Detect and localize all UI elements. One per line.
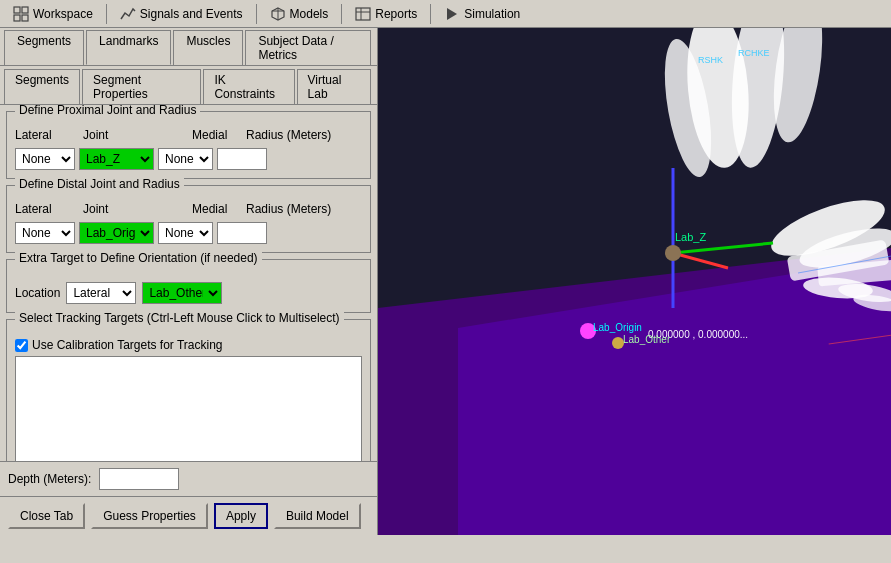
- distal-radius-header: Radius (Meters): [246, 202, 331, 216]
- orientation-group-label: Extra Target to Define Orientation (if n…: [15, 251, 262, 265]
- tab-landmarks[interactable]: Landmarks: [86, 30, 171, 65]
- tracking-group: Select Tracking Targets (Ctrl-Left Mouse…: [6, 319, 371, 461]
- toolbar-workspace[interactable]: Workspace: [4, 2, 102, 26]
- toolbar-simulation-label: Simulation: [464, 7, 520, 21]
- calibration-checkbox[interactable]: [15, 339, 28, 352]
- main-content: Segments Landmarks Muscles Subject Data …: [0, 28, 891, 535]
- apply-button[interactable]: Apply: [214, 503, 268, 529]
- proximal-group-label: Define Proximal Joint and Radius: [15, 105, 200, 117]
- table-icon: [355, 6, 371, 22]
- 3d-scene-svg: Lab_Z Lab_Origin 0.000000 , 0.000000... …: [378, 28, 891, 535]
- distal-joint-select[interactable]: Lab_Origin: [79, 222, 154, 244]
- tab-subject-data[interactable]: Subject Data / Metrics: [245, 30, 371, 65]
- svg-rect-2: [14, 15, 20, 21]
- svg-rect-0: [14, 7, 20, 13]
- svg-text:RSHK: RSHK: [698, 55, 723, 65]
- distal-medial-header: Medial: [192, 202, 242, 216]
- proximal-medial-select[interactable]: None: [158, 148, 213, 170]
- toolbar-workspace-label: Workspace: [33, 7, 93, 21]
- toolbar-separator-1: [106, 4, 107, 24]
- tracking-group-label: Select Tracking Targets (Ctrl-Left Mouse…: [15, 311, 344, 325]
- svg-rect-3: [22, 15, 28, 21]
- svg-text:Lab_Z: Lab_Z: [675, 231, 706, 243]
- distal-lateral-select[interactable]: None: [15, 222, 75, 244]
- tab-segments[interactable]: Segments: [4, 30, 84, 65]
- orientation-target-select[interactable]: Lab_Other: [142, 282, 222, 304]
- play-icon: [444, 6, 460, 22]
- cube-icon: [270, 6, 286, 22]
- distal-joint-header: Joint: [83, 202, 158, 216]
- tab-muscles[interactable]: Muscles: [173, 30, 243, 65]
- left-panel: Segments Landmarks Muscles Subject Data …: [0, 28, 378, 535]
- build-model-button[interactable]: Build Model: [274, 503, 361, 529]
- distal-joint-group: Define Distal Joint and Radius Lateral J…: [6, 185, 371, 253]
- proximal-lateral-header: Lateral: [15, 128, 75, 142]
- proximal-radius-header: Radius (Meters): [246, 128, 331, 142]
- toolbar-signals-events[interactable]: Signals and Events: [111, 2, 252, 26]
- sub-tab-segment-properties[interactable]: Segment Properties: [82, 69, 201, 104]
- sub-tab-segments[interactable]: Segments: [4, 69, 80, 104]
- proximal-lateral-select[interactable]: None: [15, 148, 75, 170]
- guess-properties-button[interactable]: Guess Properties: [91, 503, 208, 529]
- calibration-label: Use Calibration Targets for Tracking: [32, 338, 223, 352]
- distal-medial-select[interactable]: None: [158, 222, 213, 244]
- main-tabs: Segments Landmarks Muscles Subject Data …: [0, 28, 377, 66]
- proximal-joint-header: Joint: [83, 128, 158, 142]
- proximal-radius-input[interactable]: .01: [217, 148, 267, 170]
- orientation-location-label: Location: [15, 286, 60, 300]
- svg-text:Lab_Other: Lab_Other: [623, 334, 671, 345]
- depth-area: Depth (Meters):: [0, 461, 377, 496]
- sub-tab-ik-constraints[interactable]: IK Constraints: [203, 69, 294, 104]
- panel-content: Define Proximal Joint and Radius Lateral…: [0, 105, 377, 461]
- svg-text:RCHKE: RCHKE: [738, 48, 770, 58]
- toolbar-separator-3: [341, 4, 342, 24]
- toolbar-models-label: Models: [290, 7, 329, 21]
- tracking-target-list[interactable]: [15, 356, 362, 461]
- depth-input[interactable]: [99, 468, 179, 490]
- orientation-group: Extra Target to Define Orientation (if n…: [6, 259, 371, 313]
- close-tab-button[interactable]: Close Tab: [8, 503, 85, 529]
- toolbar: Workspace Signals and Events Models: [0, 0, 891, 28]
- orientation-lateral-select[interactable]: Lateral: [66, 282, 136, 304]
- action-buttons: Close Tab Guess Properties Apply Build M…: [0, 496, 377, 535]
- proximal-joint-group: Define Proximal Joint and Radius Lateral…: [6, 111, 371, 179]
- proximal-medial-header: Medial: [192, 128, 242, 142]
- distal-group-label: Define Distal Joint and Radius: [15, 177, 184, 191]
- toolbar-reports-label: Reports: [375, 7, 417, 21]
- toolbar-reports[interactable]: Reports: [346, 2, 426, 26]
- svg-rect-7: [356, 8, 370, 20]
- 3d-viewport: Lab_Z Lab_Origin 0.000000 , 0.000000... …: [378, 28, 891, 535]
- toolbar-signals-label: Signals and Events: [140, 7, 243, 21]
- proximal-joint-select[interactable]: Lab_Z: [79, 148, 154, 170]
- svg-marker-10: [447, 8, 457, 20]
- toolbar-separator-4: [430, 4, 431, 24]
- svg-point-28: [665, 245, 681, 261]
- toolbar-separator-2: [256, 4, 257, 24]
- grid-icon: [13, 6, 29, 22]
- svg-text:Lab_Origin: Lab_Origin: [593, 322, 642, 333]
- toolbar-simulation[interactable]: Simulation: [435, 2, 529, 26]
- toolbar-models[interactable]: Models: [261, 2, 338, 26]
- svg-rect-1: [22, 7, 28, 13]
- sub-tabs: Segments Segment Properties IK Constrain…: [0, 66, 377, 105]
- line-chart-icon: [120, 6, 136, 22]
- distal-radius-input[interactable]: .01: [217, 222, 267, 244]
- distal-lateral-header: Lateral: [15, 202, 75, 216]
- sub-tab-virtual-lab[interactable]: Virtual Lab: [297, 69, 371, 104]
- depth-label: Depth (Meters):: [8, 472, 91, 486]
